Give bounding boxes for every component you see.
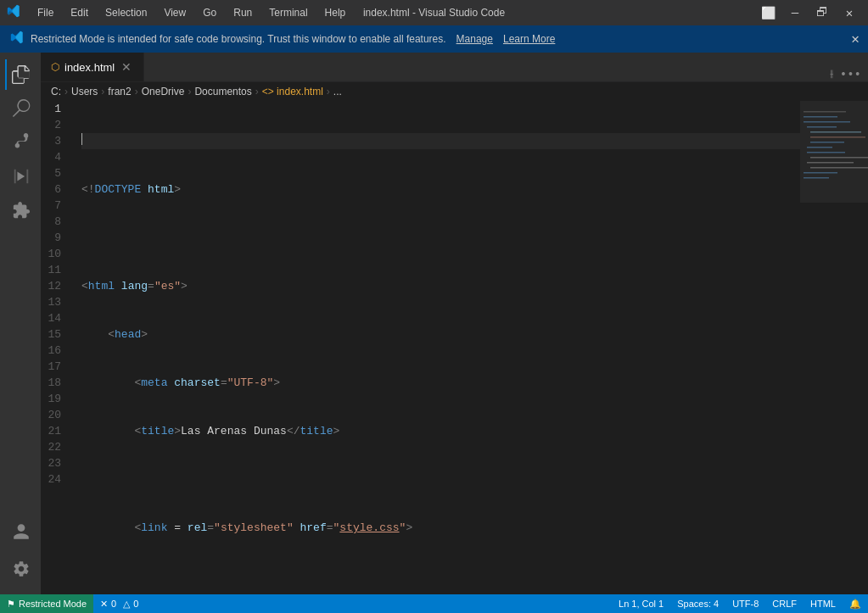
main-layout: ⬡ index.html ✕ ⫲ ••• C: › Users › fran2 … — [0, 53, 868, 594]
title-bar-menus: File Edit Selection View Go Run Terminal… — [31, 5, 352, 20]
close-button[interactable]: ✕ — [837, 4, 861, 21]
editor-content[interactable]: 1 2 3 4 5 6 7 8 9 10 11 12 13 14 15 16 1 — [41, 101, 868, 594]
line-num-10: 10 — [48, 246, 61, 262]
manage-link[interactable]: Manage — [456, 33, 493, 45]
error-count: 0 — [111, 599, 116, 609]
line-num-3: 3 — [48, 133, 61, 149]
code-line-1 — [81, 133, 800, 149]
line-num-14: 14 — [48, 310, 61, 326]
breadcrumb-documentos[interactable]: Documentos — [194, 86, 251, 98]
spaces-status[interactable]: Spaces: 4 — [670, 594, 725, 613]
line-num-9: 9 — [48, 230, 61, 246]
maximize-button[interactable]: 🗗 — [810, 4, 834, 21]
restricted-mode-status[interactable]: ⚑ Restricted Mode — [0, 594, 93, 613]
line-num-5: 5 — [48, 165, 61, 181]
learn-more-link[interactable]: Learn More — [503, 33, 555, 45]
error-icon: ✕ — [100, 599, 108, 610]
breadcrumb-c[interactable]: C: — [51, 86, 61, 98]
encoding-status[interactable]: UTF-8 — [725, 594, 765, 613]
minimap-viewport — [800, 101, 868, 203]
spaces-label: Spaces: 4 — [677, 599, 719, 609]
menu-run[interactable]: Run — [227, 5, 259, 20]
line-ending-status[interactable]: CRLF — [765, 594, 804, 613]
title-bar-left: File Edit Selection View Go Run Terminal… — [7, 4, 352, 21]
editor-scroll-area[interactable]: 1 2 3 4 5 6 7 8 9 10 11 12 13 14 15 16 1 — [41, 101, 800, 594]
line-num-24: 24 — [48, 471, 61, 488]
cursor-position-status[interactable]: Ln 1, Col 1 — [612, 594, 670, 613]
tab-label: index.html — [64, 61, 115, 74]
notifications-icon[interactable]: 🔔 — [843, 594, 868, 613]
sidebar-item-run[interactable] — [5, 161, 36, 192]
editor-area: ⬡ index.html ✕ ⫲ ••• C: › Users › fran2 … — [41, 53, 868, 594]
window-title: index.html - Visual Studio Code — [363, 7, 505, 19]
line-num-17: 17 — [48, 359, 61, 375]
breadcrumb-ellipsis[interactable]: ... — [333, 86, 342, 98]
warning-icon: △ — [123, 599, 130, 610]
account-icon[interactable] — [5, 516, 36, 547]
remote-icon: ⚑ — [7, 599, 15, 610]
menu-selection[interactable]: Selection — [98, 5, 154, 20]
breadcrumb-fran2[interactable]: fran2 — [108, 86, 131, 98]
settings-icon[interactable] — [5, 554, 36, 584]
line-num-20: 20 — [48, 407, 61, 423]
menu-edit[interactable]: Edit — [64, 5, 95, 20]
restricted-banner-logo-icon — [10, 31, 24, 47]
layout-icon[interactable]: ⬜ — [756, 4, 780, 21]
line-num-1: 1 — [48, 101, 61, 117]
code-line-10 — [81, 568, 800, 584]
encoding-label: UTF-8 — [732, 599, 759, 609]
html-file-icon: ⬡ — [51, 61, 59, 73]
line-num-8: 8 — [48, 214, 61, 230]
tab-index-html[interactable]: ⬡ index.html ✕ — [41, 53, 144, 81]
cursor-position-label: Ln 1, Col 1 — [619, 599, 664, 609]
line-num-23: 23 — [48, 455, 61, 471]
line-num-13: 13 — [48, 294, 61, 310]
activity-bar-bottom — [5, 516, 36, 594]
code-line-8 — [81, 471, 800, 488]
errors-warnings-status[interactable]: ✕ 0 △ 0 — [93, 594, 145, 613]
more-actions-icon[interactable]: ••• — [840, 68, 861, 81]
status-right: Ln 1, Col 1 Spaces: 4 UTF-8 CRLF HTML 🔔 — [612, 594, 868, 613]
line-num-21: 21 — [48, 423, 61, 439]
code-line-5: <head> — [81, 326, 800, 343]
menu-go[interactable]: Go — [196, 5, 223, 20]
menu-terminal[interactable]: Terminal — [262, 5, 314, 20]
line-num-7: 7 — [48, 198, 61, 214]
menu-help[interactable]: Help — [318, 5, 353, 20]
line-numbers: 1 2 3 4 5 6 7 8 9 10 11 12 13 14 15 16 1 — [41, 101, 75, 594]
line-num-4: 4 — [48, 149, 61, 165]
menu-view[interactable]: View — [157, 5, 193, 20]
breadcrumb-users[interactable]: Users — [71, 86, 98, 98]
status-left: ⚑ Restricted Mode ✕ 0 △ 0 — [0, 594, 145, 613]
tab-close-button[interactable]: ✕ — [120, 60, 133, 74]
language-status[interactable]: HTML — [804, 594, 843, 613]
line-num-16: 16 — [48, 343, 61, 359]
sidebar-item-extensions[interactable] — [5, 195, 36, 226]
minimize-button[interactable]: — — [783, 4, 807, 21]
breadcrumb: C: › Users › fran2 › OneDrive › Document… — [41, 82, 868, 101]
sidebar-item-explorer[interactable] — [5, 59, 36, 90]
line-num-22: 22 — [48, 439, 61, 455]
line-num-18: 18 — [48, 375, 61, 391]
code-line-7: <title>Las Arenas Dunas</title> — [81, 423, 800, 439]
line-num-19: 19 — [48, 391, 61, 407]
code-line-4: <html lang="es"> — [81, 278, 800, 294]
title-bar: File Edit Selection View Go Run Terminal… — [0, 0, 868, 25]
title-bar-controls: ⬜ — 🗗 ✕ — [756, 4, 861, 21]
code-line-3 — [81, 230, 800, 246]
sidebar-item-search[interactable] — [5, 93, 36, 124]
sidebar-item-source-control[interactable] — [5, 127, 36, 158]
split-editor-icon[interactable]: ⫲ — [830, 68, 833, 81]
tab-bar: ⬡ index.html ✕ ⫲ ••• — [41, 53, 868, 82]
code-editor[interactable]: <!DOCTYPE html> <html lang="es"> <head> … — [75, 101, 800, 594]
menu-file[interactable]: File — [31, 5, 60, 20]
breadcrumb-onedrive[interactable]: OneDrive — [142, 86, 185, 98]
warning-count: 0 — [133, 599, 138, 609]
activity-bar — [0, 53, 41, 594]
restricted-banner: Restricted Mode is intended for safe cod… — [0, 25, 868, 53]
breadcrumb-index-html[interactable]: <> index.html — [262, 86, 323, 98]
line-num-15: 15 — [48, 326, 61, 343]
minimap — [800, 101, 868, 594]
banner-close-button[interactable]: ✕ — [851, 31, 860, 47]
vscode-logo-icon — [7, 4, 20, 21]
